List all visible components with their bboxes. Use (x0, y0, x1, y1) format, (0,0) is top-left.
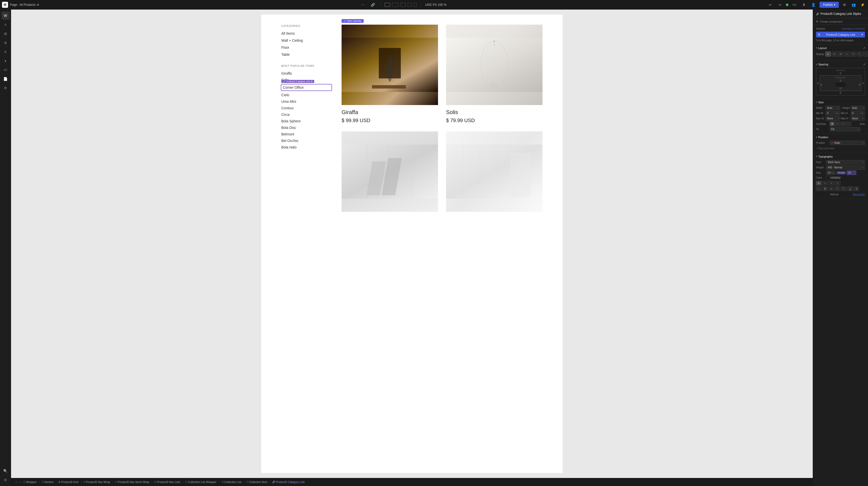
align-btn-right[interactable]: ≡ (829, 181, 834, 185)
overflow-icon-more[interactable]: ⋯ (846, 122, 851, 126)
product-card-4[interactable] (446, 131, 542, 212)
display-btn-grid[interactable]: ⊞ (838, 52, 843, 57)
breadcrumb-product5-nav-items-wrap[interactable]: ☐ Product5 Nav Items Wrap (113, 478, 151, 486)
display-btn-text[interactable]: T (857, 52, 862, 57)
popular-item-bola-disc[interactable]: Bola Disc (281, 126, 332, 130)
align-btn-justify[interactable]: ≡ (835, 181, 840, 185)
sidebar-icon-add[interactable]: ⊕ (1, 39, 9, 47)
breadcrumb-collection-item[interactable]: ☐ Collection Item (244, 478, 270, 486)
nav-item-wall[interactable]: Wall + Ceiling (281, 38, 332, 42)
code-icon[interactable]: <> (791, 1, 798, 8)
device-tablet-icon[interactable] (401, 3, 406, 7)
size-section-header[interactable]: ▾ Size (816, 101, 865, 104)
style-btn-remove[interactable]: ✕ (829, 186, 834, 191)
position-select[interactable]: ✕ Static ▾ (830, 141, 865, 145)
product-card-3[interactable] (342, 131, 438, 212)
breadcrumb-product5-category-link[interactable]: 🔗 Product5 Category Link (270, 478, 307, 486)
popular-item-contour[interactable]: Contour (281, 106, 332, 110)
sidebar-icon-bottom-settings[interactable]: ⚙ (1, 476, 9, 484)
breadcrumb-wrapper[interactable]: ☐ Wrapper (21, 478, 39, 486)
product-card-solis[interactable]: Solis $ 79.99 USD (446, 25, 542, 123)
typography-section-header[interactable]: ▾ Typography (816, 155, 865, 158)
overflow-icon-visible[interactable]: 👁 (830, 122, 835, 126)
popular-item-belmont[interactable]: Belmont (281, 132, 332, 136)
display-btn-inline[interactable]: ≡ (844, 52, 850, 57)
sidebar-icon-cms[interactable]: 📄 (1, 75, 9, 83)
breadcrumb-product5-nav-lists[interactable]: ☐ Product5 Nav Lists (152, 478, 182, 486)
topbar-link-icon[interactable]: 🔗 (369, 1, 376, 8)
display-btn-block[interactable]: ▭ (825, 52, 831, 57)
sidebar-icon-text[interactable]: A (1, 48, 9, 56)
weight-select[interactable]: 400 · Normal ▾ (826, 165, 865, 170)
style-btn-super[interactable]: T↑ (835, 186, 840, 191)
breadcrumb-collection-list[interactable]: ☐ Collection List (219, 478, 243, 486)
fit-more-icon[interactable]: ⋯ (863, 128, 865, 131)
popular-item-corner-office[interactable]: 🔗 Product5 Category Link ⚙ Corner Office (281, 85, 332, 90)
height-input[interactable]: Auto ▾ (851, 106, 865, 110)
more-icon[interactable]: ⚡ (859, 1, 866, 8)
line-height-input[interactable]: 24 (847, 171, 856, 175)
popular-item-cielo[interactable]: Cielo (281, 93, 332, 97)
publish-button[interactable]: Publish ▾ (819, 2, 839, 8)
sidebar-icon-ecommerce[interactable]: 🏷 (1, 66, 9, 74)
undo-icon[interactable]: ↩ (767, 1, 774, 8)
popular-item-bola-sphere[interactable]: Bola Sphere (281, 119, 332, 123)
style-btn-sub[interactable]: T↓ (841, 186, 847, 191)
breadcrumb-collection-list-wrapper[interactable]: ☐ Collection List Wrapper (183, 478, 218, 486)
device-wide-icon[interactable] (392, 3, 399, 7)
display-btn-more[interactable]: … (863, 52, 868, 57)
layout-expand-icon[interactable]: ↗ (863, 47, 865, 50)
nav-item-all[interactable]: All Items (281, 31, 332, 35)
position-section-header[interactable]: ▾ Position (816, 136, 865, 139)
color-swatch[interactable] (826, 176, 830, 179)
maxw-input[interactable]: None ▾ (826, 116, 840, 121)
popular-item-uma-mini[interactable]: Uma Mini (281, 99, 332, 103)
product-card-giraffa[interactable]: Giraffa $ 99.99 USD (342, 25, 438, 123)
user-icon[interactable]: 👤 (810, 1, 817, 8)
sidebar-icon-search[interactable]: 🔍 (1, 467, 9, 475)
font-select[interactable]: Work Sans ▾ (826, 160, 865, 164)
breadcrumb-dots[interactable]: ··· (14, 480, 19, 484)
breadcrumb-section[interactable]: ☐ Section (40, 478, 56, 486)
overflow-icon-scroll[interactable]: ≡ (841, 122, 846, 126)
overflow-icon-edit[interactable]: ✏ (835, 122, 840, 126)
device-mobile-icon[interactable] (414, 3, 417, 7)
popular-item-bola-halo[interactable]: Bola Halo (281, 145, 332, 149)
width-input[interactable]: Auto ▾ (826, 106, 840, 110)
display-btn-none[interactable]: ⊡ (850, 52, 856, 57)
layout-section-header[interactable]: ▾ Layout ↗ (816, 47, 865, 50)
component-badge-gear-icon[interactable]: ⚙ (311, 80, 313, 83)
style-btn-bold[interactable]: B (822, 186, 828, 191)
fit-select[interactable]: Fill ▾ (830, 127, 861, 131)
popular-item-giraffa[interactable]: Giraffa (281, 71, 332, 75)
device-mobile-wide-icon[interactable] (408, 3, 412, 7)
nav-item-floor[interactable]: Floor (281, 45, 332, 50)
align-btn-left[interactable]: ≡ (816, 181, 822, 185)
style-btn-strike[interactable]: S (854, 186, 859, 191)
menu-icon[interactable]: ⋯ (359, 1, 366, 8)
maxh-input[interactable]: None ▾ (851, 116, 865, 121)
create-component-row[interactable]: ⊕ Create component (813, 18, 868, 25)
export-icon[interactable]: ⬆ (800, 1, 807, 8)
settings-icon[interactable]: ⚙ (841, 1, 848, 8)
selectors-count[interactable]: Inheriting 2 selectors (842, 27, 865, 30)
people-icon[interactable]: 👥 (850, 1, 857, 8)
redo-icon[interactable]: ↪ (776, 1, 783, 8)
nav-item-table[interactable]: Table (281, 53, 332, 57)
popular-item-bel-occhio[interactable]: Bel Occhio (281, 139, 332, 143)
sidebar-icon-components[interactable]: ♦ (1, 57, 9, 65)
minw-input[interactable]: 0 PX (826, 111, 840, 115)
sidebar-icon-grid[interactable]: ⊞ (1, 30, 9, 38)
selector-box[interactable]: ⊞ Product5 Category Link ▾ (816, 32, 865, 37)
popular-item-circa[interactable]: Circa (281, 113, 332, 117)
minh-input[interactable]: 0 PX (851, 111, 865, 115)
sidebar-icon-layers[interactable]: ≡ (1, 21, 9, 29)
style-btn-italic[interactable]: I (816, 186, 822, 191)
device-desktop-icon[interactable] (384, 3, 390, 7)
spacing-expand-icon[interactable]: ↗ (863, 63, 865, 66)
float-clear-label[interactable]: › Float and clear (816, 147, 865, 150)
breadcrumb-product5-grid[interactable]: ⊞ Product5 Grid (57, 478, 81, 486)
sidebar-icon-settings[interactable]: ⚙ (1, 84, 9, 92)
style-btn-underline[interactable]: U (847, 186, 853, 191)
size-px-input[interactable]: 14 PX (826, 171, 836, 175)
